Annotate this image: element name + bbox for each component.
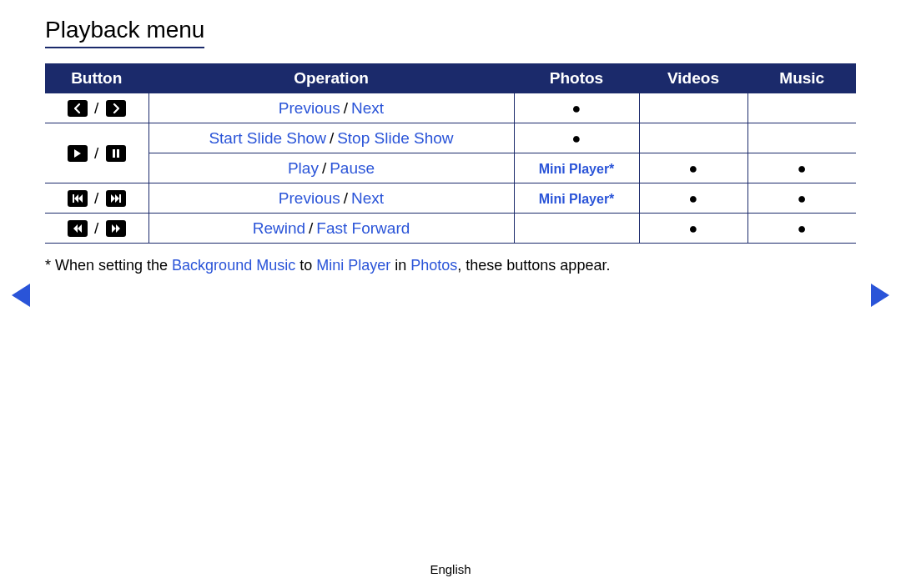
slash: / (92, 144, 101, 162)
header-videos: Videos (639, 64, 747, 93)
operation-text: Start Slide Show (209, 129, 325, 147)
table-row: Play/Pause Mini Player* ● ● (45, 153, 856, 183)
play-icon (68, 145, 88, 162)
cell-music: ● (798, 220, 807, 237)
table-row: / Start Slide Show/Stop Slide Show ● (45, 123, 856, 153)
footnote: * When setting the Background Music to M… (45, 255, 856, 276)
skip-previous-icon (68, 190, 88, 207)
nav-next-button[interactable] (871, 284, 889, 307)
chevron-right-icon (106, 100, 126, 117)
svg-marker-5 (78, 194, 83, 203)
cell-photos: ● (572, 100, 581, 117)
svg-marker-10 (78, 224, 82, 233)
table-row: / Rewind/Fast Forward ● ● (45, 214, 856, 244)
footnote-link-photos: Photos (410, 257, 457, 274)
svg-rect-3 (73, 194, 74, 203)
operation-text: Stop Slide Show (337, 129, 453, 147)
footer-language: English (0, 562, 901, 576)
operation-text: Next (351, 99, 384, 117)
slash: / (319, 159, 330, 177)
slash: / (340, 99, 351, 117)
svg-rect-8 (119, 194, 121, 203)
page-title: Playback menu (45, 17, 204, 48)
cell-videos: ● (689, 220, 698, 237)
footnote-link-mp: Mini Player (316, 257, 390, 274)
header-music: Music (747, 64, 856, 93)
footnote-text: * When setting the (45, 257, 172, 274)
footnote-text: , these buttons appear. (457, 257, 610, 274)
table-header-row: Button Operation Photos Videos Music (45, 64, 856, 93)
svg-marker-0 (74, 149, 81, 158)
cell-music: ● (798, 190, 807, 207)
slash: / (340, 189, 351, 207)
svg-marker-6 (111, 194, 115, 203)
rewind-icon (68, 220, 88, 237)
table-row: / Previous/Next ● (45, 93, 856, 123)
skip-next-icon (106, 190, 126, 207)
slash: / (92, 189, 101, 207)
slash: / (92, 219, 101, 237)
svg-rect-2 (117, 149, 119, 158)
svg-marker-7 (115, 194, 119, 203)
nav-prev-button[interactable] (12, 284, 30, 307)
cell-videos: ● (689, 190, 698, 207)
header-photos: Photos (514, 64, 639, 93)
operation-text: Rewind (253, 219, 305, 237)
fast-forward-icon (106, 220, 126, 237)
cell-music: ● (798, 160, 807, 177)
operation-text: Pause (330, 159, 375, 177)
operation-text: Previous (279, 99, 340, 117)
header-operation: Operation (148, 64, 514, 93)
svg-marker-11 (112, 224, 116, 233)
operation-text: Play (288, 159, 319, 177)
svg-marker-12 (116, 224, 120, 233)
cell-photos: Mini Player* (539, 162, 615, 176)
svg-marker-9 (73, 224, 78, 233)
chevron-left-icon (68, 100, 88, 117)
slash: / (92, 99, 101, 117)
slash: / (305, 219, 316, 237)
cell-photos: ● (572, 130, 581, 147)
slash: / (326, 129, 337, 147)
svg-marker-4 (74, 194, 78, 203)
svg-rect-1 (113, 149, 115, 158)
playback-table: Button Operation Photos Videos Music / (45, 63, 856, 244)
cell-photos: Mini Player* (539, 192, 615, 206)
footnote-link-bg: Background Music (172, 257, 295, 274)
operation-text: Previous (279, 189, 340, 207)
footnote-text: in (390, 257, 410, 274)
cell-videos: ● (689, 160, 698, 177)
table-row: / Previous/Next Mini Player* ● ● (45, 183, 856, 214)
pause-icon (106, 145, 126, 162)
operation-text: Fast Forward (316, 219, 410, 237)
footnote-text: to (295, 257, 316, 274)
header-button: Button (45, 64, 148, 93)
operation-text: Next (351, 189, 384, 207)
